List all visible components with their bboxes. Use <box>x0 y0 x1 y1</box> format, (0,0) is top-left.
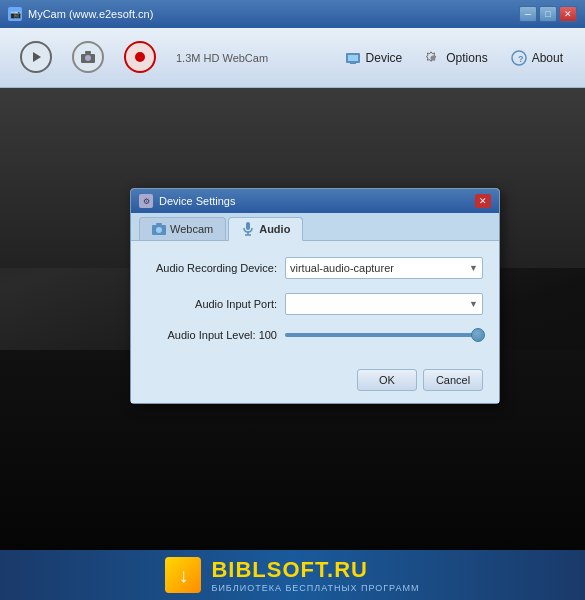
minimize-button[interactable]: ─ <box>519 6 537 22</box>
slider-fill <box>285 333 483 337</box>
audio-input-level-label: Audio Input Level: 100 <box>147 329 277 341</box>
play-icon <box>20 41 52 73</box>
svg-point-8 <box>431 55 436 60</box>
cancel-button[interactable]: Cancel <box>423 369 483 391</box>
audio-recording-device-label: Audio Recording Device: <box>147 262 277 274</box>
window-controls: ─ □ ✕ <box>519 6 577 22</box>
about-label: About <box>532 51 563 65</box>
svg-rect-14 <box>246 222 250 230</box>
svg-rect-3 <box>85 51 91 54</box>
app-icon: 📷 <box>8 7 22 21</box>
dialog-footer: OK Cancel <box>131 363 499 403</box>
app-title: MyCam (www.e2esoft.cn) <box>28 8 519 20</box>
audio-recording-device-row: Audio Recording Device: virtual-audio-ca… <box>147 257 483 279</box>
dialog-title-bar: ⚙ Device Settings ✕ <box>131 189 499 213</box>
banner-main-text: BIBLSOFT.RU <box>211 557 419 583</box>
svg-point-12 <box>156 227 162 233</box>
audio-input-port-row: Audio Input Port: ▼ <box>147 293 483 315</box>
toolbar: 1.3M HD WebCam Device Options ? About <box>0 28 585 88</box>
svg-text:?: ? <box>518 54 524 64</box>
options-icon <box>424 49 442 67</box>
audio-tab-label: Audio <box>259 223 290 235</box>
audio-input-level-slider[interactable] <box>285 333 483 337</box>
dialog-tabs: Webcam Audio <box>131 213 499 241</box>
maximize-button[interactable]: □ <box>539 6 557 22</box>
audio-tab-icon <box>241 222 255 236</box>
camera-label: 1.3M HD WebCam <box>176 52 330 64</box>
audio-recording-device-select[interactable]: virtual-audio-capturer ▼ <box>285 257 483 279</box>
dialog-title: Device Settings <box>159 195 475 207</box>
options-label: Options <box>446 51 487 65</box>
svg-rect-7 <box>350 63 356 64</box>
tab-audio[interactable]: Audio <box>228 217 303 241</box>
dropdown-arrow2-icon: ▼ <box>469 299 478 309</box>
camera-icon <box>72 41 104 73</box>
record-button[interactable] <box>116 37 164 79</box>
options-menu-item[interactable]: Options <box>414 45 497 71</box>
play-button[interactable] <box>12 37 60 79</box>
record-icon <box>124 41 156 73</box>
banner-logo-icon: ↓ <box>165 557 201 593</box>
dropdown-arrow-icon: ▼ <box>469 263 478 273</box>
dialog-close-button[interactable]: ✕ <box>475 194 491 208</box>
device-settings-dialog: ⚙ Device Settings ✕ Webcam Audio Audio <box>130 188 500 404</box>
audio-input-port-select[interactable]: ▼ <box>285 293 483 315</box>
dialog-icon: ⚙ <box>139 194 153 208</box>
banner-texts: BIBLSOFT.RU БИБЛИОТЕКА БЕСПЛАТНЫХ ПРОГРА… <box>211 557 419 593</box>
slider-thumb[interactable] <box>471 328 485 342</box>
title-bar: 📷 MyCam (www.e2esoft.cn) ─ □ ✕ <box>0 0 585 28</box>
close-button[interactable]: ✕ <box>559 6 577 22</box>
device-icon <box>344 49 362 67</box>
banner-sub-text: БИБЛИОТЕКА БЕСПЛАТНЫХ ПРОГРАММ <box>211 583 419 593</box>
svg-marker-0 <box>33 52 41 62</box>
svg-point-2 <box>85 55 91 61</box>
webcam-tab-label: Webcam <box>170 223 213 235</box>
device-menu-item[interactable]: Device <box>334 45 413 71</box>
webcam-tab-icon <box>152 222 166 236</box>
svg-point-4 <box>135 52 145 62</box>
about-menu-item[interactable]: ? About <box>500 45 573 71</box>
camera-area: ⚙ Device Settings ✕ Webcam Audio Audio <box>0 88 585 550</box>
svg-rect-6 <box>348 55 358 61</box>
audio-input-level-row: Audio Input Level: 100 <box>147 329 483 341</box>
device-label: Device <box>366 51 403 65</box>
ok-button[interactable]: OK <box>357 369 417 391</box>
photo-button[interactable] <box>64 37 112 79</box>
bottom-banner: ↓ BIBLSOFT.RU БИБЛИОТЕКА БЕСПЛАТНЫХ ПРОГ… <box>0 550 585 600</box>
menu-items: Device Options ? About <box>334 45 573 71</box>
svg-rect-13 <box>156 223 162 225</box>
dialog-content: Audio Recording Device: virtual-audio-ca… <box>131 241 499 363</box>
about-icon: ? <box>510 49 528 67</box>
audio-input-port-label: Audio Input Port: <box>147 298 277 310</box>
audio-recording-device-value: virtual-audio-capturer <box>290 262 394 274</box>
tab-webcam[interactable]: Webcam <box>139 217 226 240</box>
